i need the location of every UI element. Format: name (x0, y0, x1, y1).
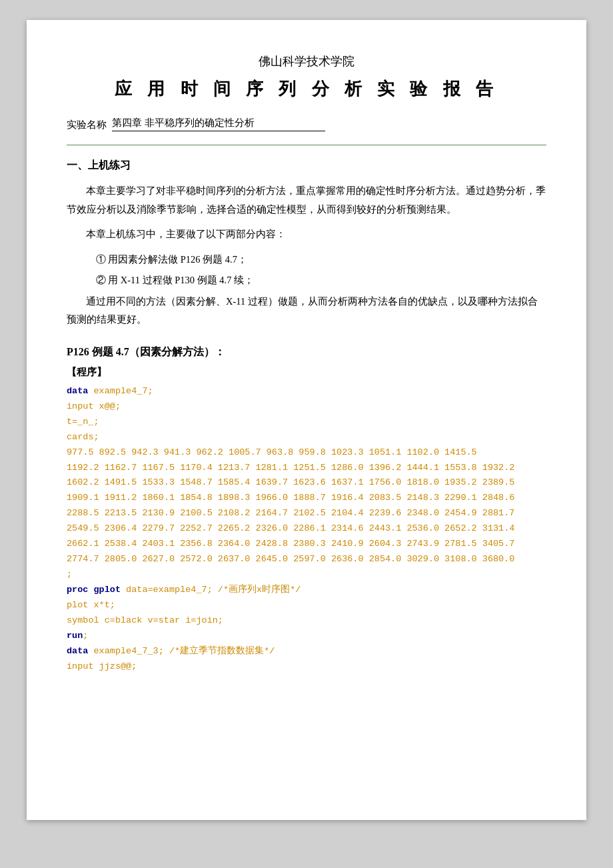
code-data-line3: 1602.2 1491.5 1533.3 1548.7 1585.4 1639.… (67, 477, 514, 487)
experiment-name-row: 实验名称 第四章 非平稳序列的确定性分析 (67, 117, 546, 131)
report-title: 应 用 时 间 序 列 分 析 实 验 报 告 (67, 77, 546, 101)
code-data-line5: 2288.5 2213.5 2130.9 2100.5 2108.2 2164.… (67, 508, 514, 518)
code-proc-gplot: proc gplot (67, 585, 121, 595)
code-comment-2: /*建立季节指数数据集*/ (169, 646, 275, 656)
code-normal-1: example4_7; (88, 386, 153, 396)
code-comment-1: /*画序列x时序图*/ (218, 585, 301, 595)
code-data-line2: 1192.2 1162.7 1167.5 1170.4 1213.7 1281.… (67, 463, 514, 473)
code-run: run (67, 631, 83, 641)
para1: 本章主要学习了对非平稳时间序列的分析方法，重点掌握常用的确定性时序分析方法。通过… (67, 182, 546, 219)
school-name: 佛山科学技术学院 (67, 53, 546, 69)
code-cards: cards; (67, 432, 99, 442)
code-data-line7: 2662.1 2538.4 2403.1 2356.8 2364.0 2428.… (67, 539, 514, 549)
section1-title: 一、上机练习 (67, 159, 546, 173)
code-plot: plot x*t; (67, 600, 115, 610)
list-item-2: ② 用 X-11 过程做 P130 例题 4.7 续； (67, 271, 546, 290)
code-data2-name: example4_7_3; (88, 646, 169, 656)
code-data-line8: 2774.7 2805.0 2627.0 2572.0 2637.0 2645.… (67, 554, 514, 564)
para2: 本章上机练习中，主要做了以下两部分内容： (67, 225, 546, 244)
code-block: data example4_7; input x@@; t=_n_; cards… (67, 384, 546, 675)
code-symbol: symbol c=black v=star i=join; (67, 615, 223, 625)
code-keyword-data1: data (67, 386, 88, 396)
code-gplot-data: data=example4_7; (121, 585, 218, 595)
code-data-line1: 977.5 892.5 942.3 941.3 962.2 1005.7 963… (67, 447, 477, 457)
code-semicolon: ; (67, 569, 72, 579)
code-run-semi: ; (83, 631, 88, 641)
page: 佛山科学技术学院 应 用 时 间 序 列 分 析 实 验 报 告 实验名称 第四… (27, 20, 586, 820)
section2-title: P126 例题 4.7（因素分解方法）： (67, 345, 546, 359)
section-divider (67, 145, 546, 145)
experiment-label: 实验名称 (67, 119, 107, 131)
list-item-1: ① 用因素分解法做 P126 例题 4.7； (67, 251, 546, 269)
code-input-jjzs: input jjzs@@; (67, 661, 137, 671)
experiment-value: 第四章 非平稳序列的确定性分析 (112, 117, 325, 131)
program-label: 【程序】 (67, 366, 546, 379)
code-t: t=_n_; (67, 417, 99, 427)
code-data-line4: 1909.1 1911.2 1860.1 1854.8 1898.3 1966.… (67, 493, 514, 503)
code-input: input x@@; (67, 401, 121, 411)
code-data-line6: 2549.5 2306.4 2279.7 2252.7 2265.2 2326.… (67, 523, 514, 533)
para3: 通过用不同的方法（因素分解、X-11 过程）做题，从而分析两种方法各自的优缺点，… (67, 293, 546, 329)
code-data2: data (67, 646, 88, 656)
